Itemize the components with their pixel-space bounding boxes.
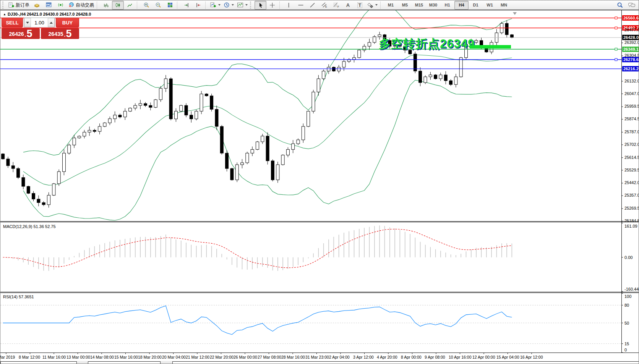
equidistant-channel-button[interactable]: E: [318, 1, 330, 10]
toolbar-grip: [2, 2, 5, 9]
hline-handle[interactable]: [615, 58, 617, 61]
search-button[interactable]: [614, 1, 626, 10]
chat-button[interactable]: [626, 1, 637, 10]
toolbar-separator: [279, 2, 281, 9]
zoom-in-button[interactable]: [140, 1, 152, 10]
hline-handle[interactable]: [615, 17, 617, 19]
zoom-in-icon: [143, 2, 149, 8]
toolbar-right-group: [614, 1, 637, 10]
new-order-icon: [8, 2, 15, 8]
signals-button[interactable]: [55, 1, 66, 10]
hline-handle[interactable]: [615, 48, 617, 50]
auto-scroll-icon: [183, 2, 190, 8]
periods-button[interactable]: [222, 1, 235, 10]
trendline-icon: [310, 2, 315, 8]
fibonacci-letter: F: [337, 5, 339, 8]
chart-canvas[interactable]: [0, 0, 639, 364]
cursor-icon: [258, 2, 263, 8]
sell-price-frac: 5: [26, 29, 32, 39]
bar-chart-button[interactable]: [100, 1, 112, 10]
horizontal-line-button[interactable]: [295, 1, 307, 10]
timeframe-button-m1[interactable]: M1: [384, 1, 398, 10]
sell-price-int: 26426: [9, 30, 24, 38]
chart-window-button[interactable]: [43, 1, 55, 10]
text-label-button[interactable]: T: [354, 1, 366, 10]
chart-annotation-text[interactable]: 多空转折点26349: [379, 36, 475, 52]
timeframe-button-m5[interactable]: M5: [398, 1, 412, 10]
symbol-ohlc-text: DJ30-,H4 26421.0 26430.0 26417.0 26428.0: [8, 12, 91, 16]
channel-letter: E: [325, 5, 327, 8]
sell-price-display[interactable]: 26426.5: [2, 28, 40, 39]
timeframe-button-m30[interactable]: M30: [426, 1, 440, 10]
template-icon: [237, 2, 243, 8]
toolbar-separator: [137, 2, 139, 9]
timeframe-button-h1[interactable]: H1: [440, 1, 454, 10]
text-label-icon: T: [357, 2, 363, 8]
volume-increase-button[interactable]: [48, 18, 55, 27]
chart-shift-button[interactable]: [192, 1, 204, 10]
volume-stepper: 1.00: [24, 18, 55, 28]
indicators-button[interactable]: [209, 1, 222, 10]
horizontal-line-icon: [298, 2, 304, 8]
collapse-arrow-icon[interactable]: ▲: [3, 13, 6, 16]
new-order-button[interactable]: 新订单: [7, 1, 31, 10]
rsi-indicator-label: RSI(14) 57.3651: [3, 294, 34, 299]
zoom-out-button[interactable]: [152, 1, 164, 10]
chat-icon: [628, 2, 636, 8]
timeframe-button-h4[interactable]: H4: [454, 1, 469, 10]
hline-handle[interactable]: [615, 27, 617, 29]
volume-decrease-button[interactable]: [24, 18, 31, 27]
shapes-caret: [375, 4, 378, 6]
vertical-line-icon: [286, 2, 291, 8]
trendline-button[interactable]: [307, 1, 318, 10]
macd-indicator-label: MACD(12,26,9) 51.36 52.75: [3, 224, 56, 229]
timeframe-button-w1[interactable]: W1: [483, 1, 497, 10]
text-icon: A: [346, 3, 350, 8]
quotes-button[interactable]: [31, 1, 43, 10]
timeframe-button-m15[interactable]: M15: [412, 1, 426, 10]
shapes-button[interactable]: [366, 1, 379, 10]
auto-trading-icon: [68, 2, 75, 8]
fibonacci-button[interactable]: F: [330, 1, 342, 10]
rsi-line: [3, 306, 512, 335]
crosshair-button[interactable]: [266, 1, 278, 10]
timeframe-button-mn[interactable]: MN: [497, 1, 511, 10]
chart-title: ▲DJ30-,H4 26421.0 26430.0 26417.0 26428.…: [3, 12, 91, 16]
crosshair-icon: [269, 2, 275, 8]
toolbar-separator: [205, 2, 207, 9]
increase-icon: [50, 22, 53, 24]
cursor-button[interactable]: [255, 1, 266, 10]
chart-shift-icon: [195, 2, 201, 8]
auto-trading-button[interactable]: 自动交易: [66, 1, 96, 10]
line-chart-button[interactable]: [124, 1, 136, 10]
toolbar-grip: [250, 2, 253, 9]
tile-windows-icon: [167, 2, 173, 8]
auto-scroll-button[interactable]: [180, 1, 192, 10]
buy-price-display[interactable]: 26435.5: [41, 28, 79, 39]
decrease-icon: [26, 22, 29, 24]
volume-input[interactable]: 1.00: [31, 18, 48, 27]
candlestick-chart-button[interactable]: [112, 1, 124, 10]
tile-windows-button[interactable]: [164, 1, 176, 10]
bar-chart-icon: [103, 2, 109, 8]
chart-shift-marker-icon: [513, 12, 517, 15]
annotation-highlight-bar[interactable]: [470, 45, 511, 49]
vertical-line-button[interactable]: [283, 1, 295, 10]
timeframe-button-d1[interactable]: D1: [469, 1, 483, 10]
periods-caret: [232, 4, 234, 6]
buy-button[interactable]: BUY: [56, 18, 79, 28]
bottom-strip-segment: [88, 361, 161, 364]
bottom-strip-segment: [0, 361, 77, 364]
toolbar-separator: [380, 2, 382, 9]
sell-price-dot: .: [25, 32, 26, 38]
text-button[interactable]: A: [342, 1, 354, 10]
line-chart-icon: [127, 2, 133, 8]
sell-button[interactable]: SELL: [2, 18, 23, 28]
buy-price-int: 26435: [49, 30, 63, 38]
add-indicator-icon: [210, 2, 216, 8]
buy-price-dot: .: [64, 32, 66, 38]
channel-icon: E: [321, 2, 328, 8]
new-order-label: 新订单: [16, 2, 29, 8]
templates-caret: [245, 4, 248, 6]
templates-button[interactable]: [235, 1, 249, 10]
